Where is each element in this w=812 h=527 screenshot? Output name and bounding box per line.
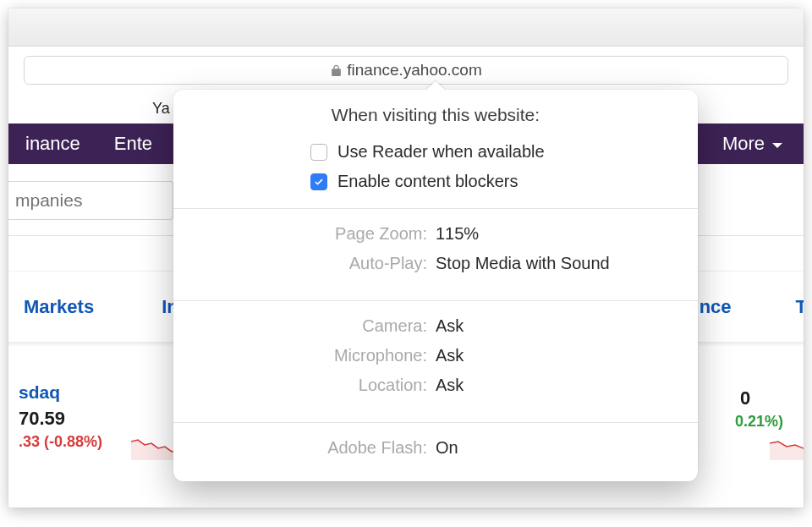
tab-partial-nce[interactable]: nce xyxy=(700,296,732,318)
tab-markets[interactable]: Markets xyxy=(24,296,94,318)
flash-value: On xyxy=(436,438,458,458)
camera-value: Ask xyxy=(436,316,464,336)
index-change-up: 0.21%) xyxy=(735,413,783,431)
popover-caret xyxy=(425,81,446,91)
address-bar-url: finance.yahoo.com xyxy=(347,61,482,80)
content-blockers-label: Enable content blockers xyxy=(337,172,518,191)
lock-icon xyxy=(330,64,342,76)
mic-label: Microphone: xyxy=(173,346,436,365)
flash-label: Adobe Flash: xyxy=(173,438,436,458)
popover-block-permissions: Camera: Ask Microphone: Ask Location: As… xyxy=(173,301,698,410)
index-price-partial: 70.59 xyxy=(19,408,102,430)
nav-item-more[interactable]: More xyxy=(722,133,804,155)
location-label: Location: xyxy=(173,376,436,395)
location-value: Ask xyxy=(436,376,464,395)
row-location[interactable]: Location: Ask xyxy=(173,371,698,400)
row-adobe-flash[interactable]: Adobe Flash: On xyxy=(173,433,698,463)
page-zoom-value: 115% xyxy=(436,224,479,244)
mic-value: Ask xyxy=(436,346,464,365)
row-microphone[interactable]: Microphone: Ask xyxy=(173,341,698,371)
popover-block-zoom-autoplay: Page Zoom: 115% Auto-Play: Stop Media wi… xyxy=(173,209,698,288)
index-name-partial: sdaq xyxy=(19,382,102,403)
tab-partial-t[interactable]: T xyxy=(796,296,804,318)
nav-item-more-label: More xyxy=(722,133,765,155)
index-nasdaq-partial[interactable]: sdaq 70.59 .33 (-0.88%) xyxy=(19,382,102,451)
reader-label: Use Reader when available xyxy=(337,142,545,162)
reader-checkbox[interactable] xyxy=(310,144,327,161)
sparkline-right xyxy=(770,431,804,460)
chevron-down-icon xyxy=(771,133,783,155)
row-auto-play[interactable]: Auto-Play: Stop Media with Sound xyxy=(173,249,698,278)
popover-title: When visiting this website: xyxy=(173,90,698,137)
index-right-partial[interactable]: 0 0.21%) xyxy=(735,382,783,431)
nav-item-entertainment-partial[interactable]: Ente xyxy=(97,133,169,155)
row-page-zoom[interactable]: Page Zoom: 115% xyxy=(173,219,698,249)
index-right-price-partial: 0 xyxy=(740,387,783,409)
page-zoom-label: Page Zoom: xyxy=(173,224,436,244)
content-blockers-checkbox[interactable] xyxy=(310,173,327,190)
yahoo-menu-partial: Ya xyxy=(152,100,170,118)
autoplay-value: Stop Media with Sound xyxy=(436,254,610,273)
reader-toggle-row[interactable]: Use Reader when available xyxy=(173,137,698,167)
website-settings-popover: When visiting this website: Use Reader w… xyxy=(173,90,698,481)
search-placeholder-partial: mpanies xyxy=(15,190,82,211)
nav-item-finance-partial[interactable]: inance xyxy=(8,133,97,155)
autoplay-label: Auto-Play: xyxy=(173,254,436,273)
index-change-down: .33 (-0.88%) xyxy=(19,433,102,451)
content-blockers-row[interactable]: Enable content blockers xyxy=(173,167,698,196)
safari-toolbar-bg xyxy=(8,8,804,47)
camera-label: Camera: xyxy=(173,316,436,336)
row-camera[interactable]: Camera: Ask xyxy=(173,311,698,341)
search-input-partial[interactable]: mpanies xyxy=(8,181,173,220)
app-window: finance.yahoo.com Ya inance Ente More mp… xyxy=(8,8,804,508)
address-bar[interactable]: finance.yahoo.com xyxy=(24,56,788,85)
popover-block-flash: Adobe Flash: On xyxy=(173,423,698,473)
